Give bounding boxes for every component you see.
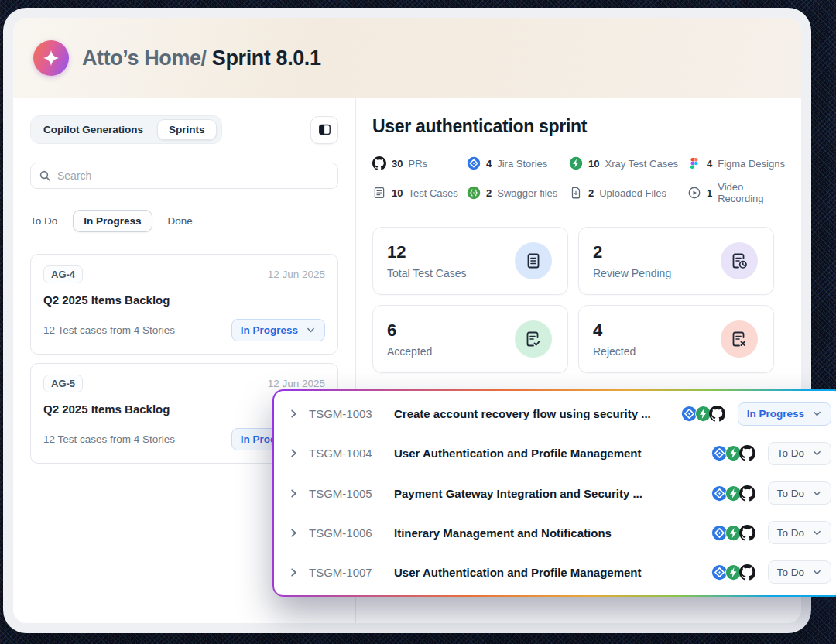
- test-case-row[interactable]: TSGM-1007 User Authentication and Profil…: [274, 553, 836, 592]
- tab-sprints[interactable]: Sprints: [157, 119, 217, 140]
- github-icon: [739, 485, 755, 502]
- integration-icons: [681, 406, 725, 422]
- document-check-icon: [515, 320, 552, 358]
- stat-test-cases: 10 Test Cases: [372, 181, 467, 204]
- video-icon: [687, 186, 701, 200]
- status-dropdown[interactable]: In Progress: [738, 402, 831, 426]
- app-header: Atto’s Home/ Sprint 8.0.1: [13, 18, 801, 98]
- integration-icons: [711, 525, 755, 541]
- breadcrumb: Atto’s Home/: [82, 46, 207, 70]
- card-date: 12 Jun 2025: [268, 378, 325, 389]
- atto-logo: [33, 40, 69, 76]
- sidebar-tab-group: Copilot Generations Sprints: [30, 115, 222, 144]
- github-icon: [739, 564, 755, 581]
- search-icon: [39, 170, 51, 182]
- test-case-row[interactable]: TSGM-1006 Itinerary Management and Notif…: [274, 513, 836, 553]
- document-icon: [515, 242, 552, 279]
- search-input[interactable]: [57, 170, 330, 182]
- stat-video-recording: 1 Video Recording: [687, 181, 786, 204]
- xray-icon: [569, 156, 583, 170]
- card-status-label: In Progress: [241, 324, 298, 336]
- stat-swagger-files: 2 Swagger files: [467, 181, 569, 204]
- chevron-right-icon[interactable]: [288, 527, 300, 539]
- figma-icon: [687, 156, 701, 170]
- card-subtitle: 12 Test cases from 4 Stories: [43, 324, 175, 336]
- card-title: Q2 2025 Items Backlog: [43, 293, 325, 307]
- integration-icons: [711, 445, 755, 461]
- summary-review-pending: 2 Review Pending: [578, 227, 774, 295]
- status-label: To Do: [777, 567, 804, 578]
- status-label: To Do: [777, 447, 804, 459]
- test-case-key: TSGM-1005: [309, 487, 383, 500]
- jira-icon: [467, 156, 481, 170]
- page-title: Atto’s Home/ Sprint 8.0.1: [82, 46, 321, 70]
- sprint-title: Sprint 8.0.1: [207, 46, 321, 70]
- page: { "header": { "brand": "Atto’s Home/", "…: [0, 0, 836, 644]
- sprint-card-ag4[interactable]: AG-4 12 Jun 2025 Q2 2025 Items Backlog 1…: [30, 254, 338, 355]
- github-icon: [739, 445, 755, 461]
- status-filters: To Do In Progress Done: [30, 210, 338, 232]
- summary-rejected: 4 Rejected: [578, 305, 774, 373]
- stat-xray-test-cases: 10 Xray Test Cases: [569, 156, 687, 170]
- test-case-list: TSGM-1003 Create account recovery flow u…: [274, 391, 836, 595]
- chevron-down-icon: [812, 409, 822, 419]
- swagger-icon: [467, 186, 481, 200]
- test-case-title: Itinerary Management and Notifications: [394, 526, 705, 540]
- filter-todo[interactable]: To Do: [30, 215, 57, 227]
- integration-icons: [711, 564, 755, 581]
- status-dropdown[interactable]: To Do: [768, 521, 831, 544]
- status-label: To Do: [777, 527, 804, 539]
- status-dropdown[interactable]: To Do: [768, 481, 831, 505]
- test-case-row[interactable]: TSGM-1003 Create account recovery flow u…: [274, 394, 836, 433]
- card-subtitle: 12 Test cases from 4 Stories: [43, 433, 175, 445]
- test-case-title: User Authentication and Profile Manageme…: [394, 447, 705, 460]
- sprint-stats: 30 PRs 4 Jira Stories 10 Xray Test Cases: [372, 156, 786, 204]
- summary-total-test-cases: 12 Total Test Cases: [372, 227, 568, 295]
- test-case-key: TSGM-1003: [309, 407, 383, 420]
- card-status-dropdown[interactable]: In Progress: [231, 319, 325, 341]
- summary-accepted: 6 Accepted: [372, 305, 568, 373]
- chevron-down-icon: [812, 528, 822, 538]
- document-x-icon: [721, 320, 758, 358]
- search-bar[interactable]: [30, 163, 338, 189]
- collapse-panel-button[interactable]: [310, 116, 338, 144]
- test-case-title: User Authentication and Profile Manageme…: [394, 566, 705, 579]
- github-icon: [709, 406, 725, 422]
- test-case-key: TSGM-1007: [309, 566, 383, 579]
- chevron-down-icon: [812, 567, 822, 577]
- test-case-key: TSGM-1004: [309, 447, 383, 460]
- status-label: In Progress: [747, 408, 804, 420]
- sparkle-icon: [41, 48, 61, 68]
- uploaded-file-icon: [569, 186, 583, 200]
- summary-cards: 12 Total Test Cases 2 Review Pending: [372, 227, 774, 373]
- sprint-heading: User authentication sprint: [372, 116, 786, 137]
- filter-in-progress[interactable]: In Progress: [73, 210, 152, 232]
- stat-prs: 30 PRs: [372, 156, 467, 170]
- status-label: To Do: [777, 488, 804, 499]
- document-clock-icon: [721, 242, 758, 279]
- card-date: 12 Jun 2025: [268, 269, 325, 280]
- stat-figma-designs: 4 Figma Designs: [687, 156, 786, 170]
- stat-uploaded-files: 2 Uploaded Files: [569, 181, 687, 204]
- chevron-right-icon[interactable]: [288, 567, 300, 578]
- chevron-right-icon[interactable]: [288, 447, 300, 459]
- test-case-row[interactable]: TSGM-1005 Payment Gateway Integration an…: [274, 473, 836, 512]
- chevron-right-icon[interactable]: [288, 488, 300, 499]
- test-case-row[interactable]: TSGM-1004 User Authentication and Profil…: [274, 433, 836, 473]
- chevron-down-icon: [812, 448, 822, 458]
- test-case-key: TSGM-1006: [309, 526, 383, 540]
- chevron-down-icon: [306, 325, 316, 335]
- test-case-panel: TSGM-1003 Create account recovery flow u…: [272, 389, 836, 597]
- status-dropdown[interactable]: To Do: [768, 560, 831, 584]
- card-key-badge: AG-5: [43, 375, 83, 392]
- filter-done[interactable]: Done: [168, 215, 193, 227]
- chevron-down-icon: [812, 488, 822, 498]
- stat-jira-stories: 4 Jira Stories: [467, 156, 569, 170]
- card-key-badge: AG-4: [43, 265, 83, 283]
- status-dropdown[interactable]: To Do: [768, 442, 831, 465]
- test-cases-icon: [372, 186, 386, 200]
- chevron-right-icon[interactable]: [288, 408, 300, 420]
- github-icon: [372, 156, 386, 170]
- integration-icons: [711, 485, 755, 502]
- tab-copilot-generations[interactable]: Copilot Generations: [36, 120, 151, 139]
